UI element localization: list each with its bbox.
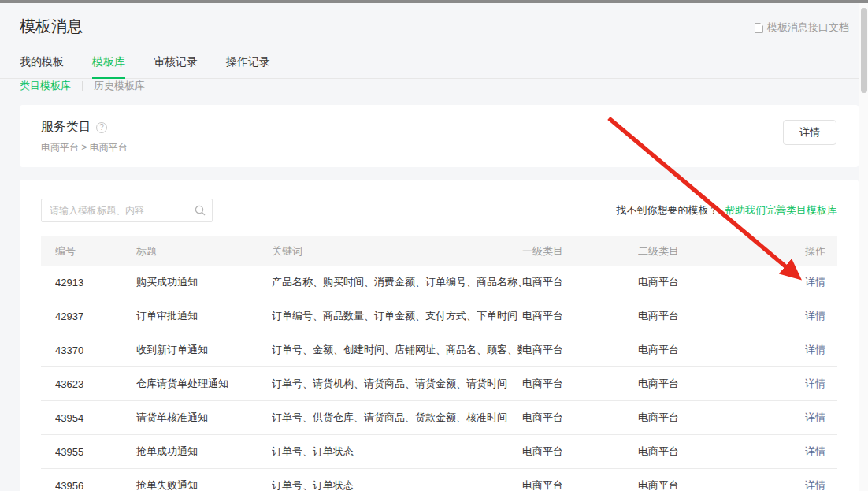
subtab-history-library[interactable]: 历史模板库 bbox=[94, 79, 145, 93]
table-header: 编号 标题 关键词 一级类目 二级类目 操作 bbox=[41, 236, 837, 266]
cell-id: 42913 bbox=[55, 277, 136, 288]
col-title: 标题 bbox=[136, 244, 272, 259]
cell-keywords: 订单号、请货机构、请货商品、请货金额、请货时间 bbox=[272, 377, 522, 391]
cell-cat2: 电商平台 bbox=[638, 478, 805, 491]
toolbar: 找不到你想要的模板？ 帮助我们完善类目模板库 bbox=[20, 180, 859, 222]
template-list-card: 找不到你想要的模板？ 帮助我们完善类目模板库 编号 标题 关键词 一级类目 二级… bbox=[20, 180, 859, 491]
table-row: 43370 收到新订单通知 订单号、金额、创建时间、店铺网址、商品名、顾客、数量… bbox=[41, 333, 837, 367]
cell-cat1: 电商平台 bbox=[522, 309, 638, 323]
tab-bar: 我的模板 模板库 审核记录 操作记录 bbox=[0, 49, 859, 79]
cell-cat1: 电商平台 bbox=[522, 275, 638, 289]
page-title: 模板消息 bbox=[20, 16, 83, 37]
subtab-category-library[interactable]: 类目模板库 bbox=[20, 79, 71, 93]
service-category-card: 服务类目 ? 电商平台 > 电商平台 详情 bbox=[20, 105, 859, 167]
cell-cat1: 电商平台 bbox=[522, 445, 638, 459]
cell-cat2: 电商平台 bbox=[638, 275, 805, 289]
category-detail-button[interactable]: 详情 bbox=[783, 120, 836, 145]
search-icon[interactable] bbox=[194, 204, 206, 217]
tab-my-templates[interactable]: 我的模板 bbox=[20, 49, 64, 78]
cell-title: 收到新订单通知 bbox=[136, 343, 272, 357]
table-row: 43955 抢单成功通知 订单号、订单状态 电商平台 电商平台 详情 bbox=[41, 435, 837, 469]
col-cat2: 二级类目 bbox=[638, 244, 805, 259]
api-doc-link-label: 模板消息接口文档 bbox=[767, 20, 849, 35]
cell-cat2: 电商平台 bbox=[638, 445, 805, 459]
cell-title: 购买成功通知 bbox=[136, 275, 272, 289]
cell-id: 43955 bbox=[55, 446, 136, 458]
cell-id: 43623 bbox=[55, 378, 136, 390]
breadcrumb: 电商平台 > 电商平台 bbox=[41, 141, 128, 154]
cell-id: 43954 bbox=[55, 412, 136, 424]
row-detail-link[interactable]: 详情 bbox=[805, 276, 825, 288]
row-detail-link[interactable]: 详情 bbox=[805, 411, 825, 423]
row-detail-link[interactable]: 详情 bbox=[805, 378, 825, 389]
search-box bbox=[41, 199, 213, 222]
subtab-bar: 类目模板库 历史模板库 bbox=[20, 79, 145, 93]
cell-cat1: 电商平台 bbox=[522, 343, 638, 357]
table-row: 43956 抢单失败通知 订单号、订单状态 电商平台 电商平台 详情 bbox=[41, 469, 837, 491]
col-id: 编号 bbox=[55, 244, 136, 259]
template-table: 编号 标题 关键词 一级类目 二级类目 操作 42913 购买成功通知 产品名称… bbox=[41, 236, 837, 491]
cell-cat1: 电商平台 bbox=[522, 411, 638, 425]
vertical-scrollbar-thumb[interactable] bbox=[861, 8, 867, 93]
improve-library-link[interactable]: 帮助我们完善类目模板库 bbox=[725, 204, 837, 216]
cell-cat2: 电商平台 bbox=[638, 309, 805, 323]
table-row: 43623 仓库请货单处理通知 订单号、请货机构、请货商品、请货金额、请货时间 … bbox=[41, 367, 837, 401]
cell-keywords: 订单号、金额、创建时间、店铺网址、商品名、顾客、数量... bbox=[272, 343, 522, 357]
row-detail-link[interactable]: 详情 bbox=[805, 344, 825, 355]
cell-title: 抢单失败通知 bbox=[136, 478, 272, 491]
document-icon bbox=[755, 23, 763, 33]
cell-title: 订单审批通知 bbox=[136, 309, 272, 323]
horizontal-scrollbar[interactable] bbox=[0, 0, 868, 3]
help-icon[interactable]: ? bbox=[96, 122, 107, 133]
tab-review-records[interactable]: 审核记录 bbox=[154, 49, 198, 78]
cell-keywords: 订单号、供货仓库、请货商品、货款金额、核准时间 bbox=[272, 411, 522, 425]
row-detail-link[interactable]: 详情 bbox=[805, 479, 825, 491]
table-row: 42937 订单审批通知 订单编号、商品数量、订单金额、支付方式、下单时间 电商… bbox=[41, 299, 837, 333]
cell-title: 抢单成功通知 bbox=[136, 445, 272, 459]
table-row: 42913 购买成功通知 产品名称、购买时间、消费金额、订单编号、商品名称、支.… bbox=[41, 266, 837, 299]
page: 模板消息 模板消息接口文档 我的模板 模板库 审核记录 操作记录 类目模板库 历… bbox=[0, 0, 868, 491]
vertical-scrollbar[interactable] bbox=[859, 3, 868, 491]
cell-keywords: 产品名称、购买时间、消费金额、订单编号、商品名称、支... bbox=[272, 275, 522, 289]
row-detail-link[interactable]: 详情 bbox=[805, 445, 825, 457]
hint-text: 找不到你想要的模板？ bbox=[616, 204, 718, 216]
subtab-divider bbox=[82, 81, 83, 91]
cell-cat1: 电商平台 bbox=[522, 377, 638, 391]
col-keywords: 关键词 bbox=[272, 244, 522, 259]
search-input[interactable] bbox=[41, 199, 213, 222]
row-detail-link[interactable]: 详情 bbox=[805, 310, 825, 322]
cell-id: 43370 bbox=[55, 344, 136, 356]
api-doc-link[interactable]: 模板消息接口文档 bbox=[755, 20, 849, 35]
cell-title: 请货单核准通知 bbox=[136, 411, 272, 425]
cell-keywords: 订单编号、商品数量、订单金额、支付方式、下单时间 bbox=[272, 309, 522, 323]
tab-operation-records[interactable]: 操作记录 bbox=[226, 49, 270, 78]
table-row: 43954 请货单核准通知 订单号、供货仓库、请货商品、货款金额、核准时间 电商… bbox=[41, 401, 837, 435]
service-category-title: 服务类目 bbox=[41, 119, 91, 136]
tab-template-library[interactable]: 模板库 bbox=[92, 49, 125, 79]
cell-cat1: 电商平台 bbox=[522, 478, 638, 491]
cell-keywords: 订单号、订单状态 bbox=[272, 478, 522, 491]
hint: 找不到你想要的模板？ 帮助我们完善类目模板库 bbox=[616, 203, 837, 218]
cell-id: 42937 bbox=[55, 311, 136, 322]
col-cat1: 一级类目 bbox=[522, 244, 638, 259]
cell-keywords: 订单号、订单状态 bbox=[272, 445, 522, 459]
cell-cat2: 电商平台 bbox=[638, 377, 805, 391]
cell-title: 仓库请货单处理通知 bbox=[136, 377, 272, 391]
cell-id: 43956 bbox=[55, 480, 136, 491]
cell-cat2: 电商平台 bbox=[638, 411, 805, 425]
col-action: 操作 bbox=[805, 244, 837, 259]
cell-cat2: 电商平台 bbox=[638, 343, 805, 357]
